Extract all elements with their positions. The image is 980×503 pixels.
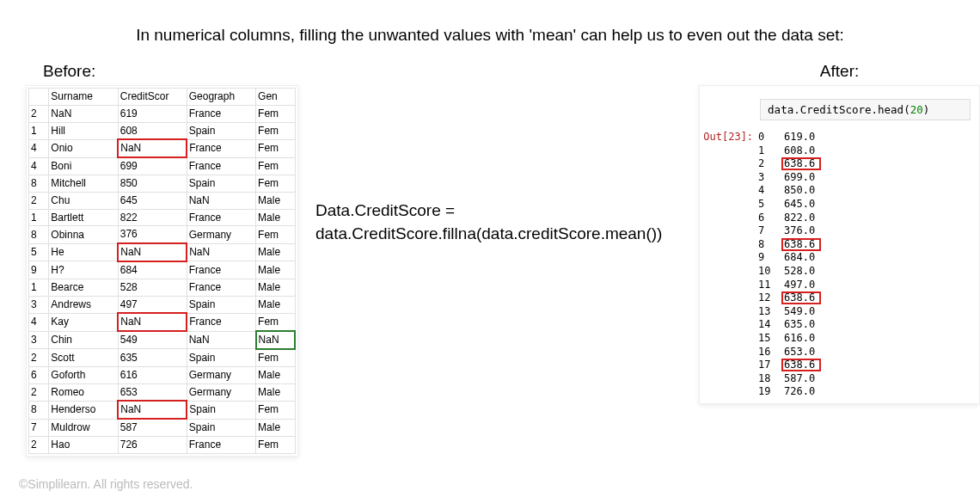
table-cell: Mitchell [49, 175, 118, 192]
table-cell: Germany [187, 383, 255, 401]
output-value: 645.0 [784, 198, 827, 212]
output-row: 7376.0 [758, 224, 827, 238]
table-row: 4Boni699FranceFem [29, 157, 296, 175]
table-cell: Romeo [49, 383, 118, 401]
col-header [29, 89, 49, 106]
before-label: Before: [43, 62, 298, 81]
table-row: 1Bartlett822FranceMale [29, 209, 296, 226]
footer-copyright: ©Simplilearn. All rights reserved. [19, 477, 193, 491]
table-cell: 616 [118, 366, 187, 383]
table-row: 8HendersoNaNSpainFem [29, 401, 296, 419]
code-line-1: Data.CreditScore = [315, 199, 673, 223]
output-value: 638.6 [784, 291, 827, 305]
table-cell: Hao [49, 436, 118, 453]
output-index: 15 [758, 332, 784, 346]
table-cell: NaN [118, 313, 187, 331]
table-row: 5HeNaNNaNMale [29, 243, 296, 261]
col-header: Gen [256, 89, 295, 106]
table-row: 2Romeo653GermanyMale [29, 383, 296, 401]
table-cell: 850 [118, 175, 187, 192]
page-title: In numerical columns, filling the unwant… [0, 26, 980, 45]
table-cell: 2 [29, 349, 49, 366]
output-row: 4850.0 [758, 184, 827, 198]
table-cell: France [187, 157, 255, 175]
table-row: 4OnioNaNFranceFem [29, 139, 296, 157]
output-index: 11 [758, 279, 784, 292]
table-row: 2Chu645NaNMale [29, 192, 296, 209]
table-cell: Kay [49, 313, 118, 331]
output-row: 3699.0 [758, 171, 827, 185]
table-cell: 4 [29, 157, 49, 175]
table-cell: Male [256, 209, 295, 226]
output-row: 1608.0 [758, 144, 827, 158]
table-cell: Spain [187, 401, 255, 419]
after-output: data.CreditScore.head(20) Out[23]: 0619.… [699, 85, 980, 404]
table-cell: Male [256, 192, 295, 209]
output-row: 15616.0 [758, 332, 827, 346]
output-value: 608.0 [784, 144, 827, 158]
after-section: After: data.CreditScore.head(20) Out[23]… [699, 62, 980, 457]
table-cell: France [187, 139, 255, 157]
output-index: 12 [758, 291, 784, 305]
table-cell: H? [49, 261, 118, 279]
output-row: 17638.6 [758, 359, 827, 372]
table-cell: Male [256, 261, 295, 279]
table-cell: 2 [29, 105, 49, 122]
table-row: 8Obinna376GermanyFem [29, 226, 296, 243]
output-row: 9684.0 [758, 251, 827, 265]
output-index: 3 [758, 171, 784, 185]
table-cell: NaN [256, 331, 295, 349]
table-cell: 587 [118, 419, 187, 436]
output-value: 699.0 [784, 171, 827, 185]
col-header: Surname [49, 89, 118, 106]
table-row: 2Hao726FranceFem [29, 436, 296, 453]
table-cell: 1 [29, 122, 49, 139]
table-cell: Male [256, 383, 295, 401]
table-cell: 645 [118, 192, 187, 209]
table-row: 2Scott635SpainFem [29, 349, 296, 366]
output-index: 8 [758, 238, 784, 252]
table-cell: Onio [49, 139, 118, 157]
table-cell: 8 [29, 226, 49, 243]
table-row: 3Andrews497SpainMale [29, 296, 296, 313]
table-cell: 6 [29, 366, 49, 383]
col-header: CreditScor [118, 89, 187, 106]
output-index: 13 [758, 305, 784, 319]
output-row: 14635.0 [758, 318, 827, 332]
output-row: 16653.0 [758, 346, 827, 359]
output-value: 528.0 [784, 265, 827, 279]
table-cell: Goforth [49, 366, 118, 383]
highlight-box [781, 157, 821, 170]
table-cell: France [187, 313, 255, 331]
table-cell: 8 [29, 401, 49, 419]
output-index: 5 [758, 198, 784, 212]
table-cell: 1 [29, 209, 49, 226]
output-index: 14 [758, 318, 784, 332]
table-cell: NaN [49, 105, 118, 122]
table-cell: 497 [118, 296, 187, 313]
table-cell: NaN [118, 401, 187, 419]
table-row: 2NaN619FranceFem [29, 105, 296, 122]
output-row: 19726.0 [758, 385, 827, 399]
table-cell: 653 [118, 383, 187, 401]
code-caption: Data.CreditScore = data.CreditScore.fill… [315, 199, 673, 457]
output-row: 2638.6 [758, 157, 827, 171]
before-section: Before: SurnameCreditScorGeographGen2NaN… [26, 62, 298, 457]
table-cell: NaN [118, 243, 187, 261]
table-cell: 549 [118, 331, 187, 349]
output-value: 635.0 [784, 318, 827, 332]
table-cell: Hill [49, 122, 118, 139]
code-line-2: data.CreditScore.fillna(data.creditScore… [315, 223, 673, 246]
table-cell: 684 [118, 261, 187, 279]
output-row: 6822.0 [758, 212, 827, 225]
table-cell: 3 [29, 331, 49, 349]
table-cell: Obinna [49, 226, 118, 243]
output-value: 638.6 [784, 359, 827, 372]
table-cell: 1 [29, 279, 49, 296]
table-cell: Scott [49, 349, 118, 366]
output-index: 2 [758, 157, 784, 171]
output-row: 11497.0 [758, 279, 827, 292]
table-cell: 7 [29, 419, 49, 436]
output-index: 17 [758, 359, 784, 372]
table-cell: Fem [256, 157, 295, 175]
